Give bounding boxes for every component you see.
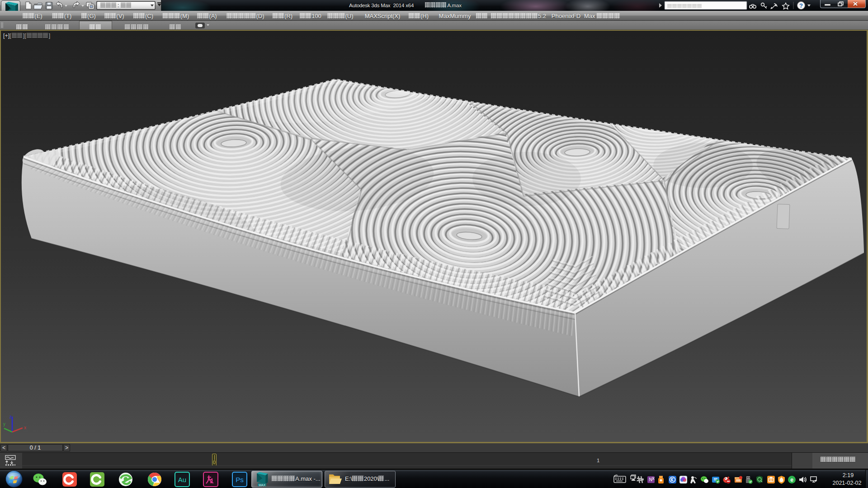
svg-text:z: z [9, 414, 12, 419]
svg-text:?: ? [799, 2, 803, 9]
svg-text:MAX: MAX [259, 483, 265, 487]
svg-text:e: e [790, 477, 793, 483]
svg-text:Ps: Ps [236, 476, 244, 483]
svg-text:x: x [24, 425, 26, 430]
svg-text:y: y [3, 422, 5, 427]
svg-text:N: N [649, 477, 652, 482]
svg-text:Au: Au [178, 476, 186, 483]
